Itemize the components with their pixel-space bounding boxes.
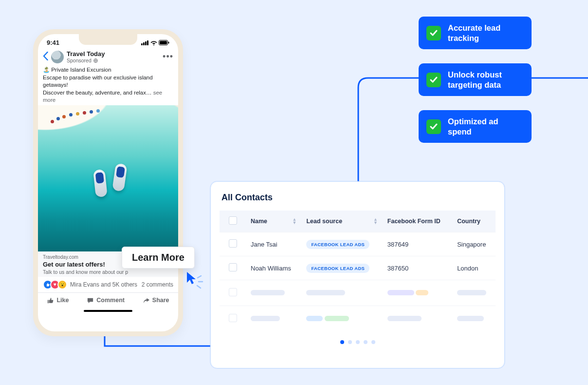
comment-icon [87, 297, 94, 304]
col-name[interactable]: Name▲▼ [246, 211, 301, 232]
page-dot[interactable] [371, 340, 375, 344]
comments-count[interactable]: 2 comments [142, 281, 173, 288]
table-row-skeleton [220, 280, 496, 306]
cell-country: London [452, 256, 496, 280]
check-icon [426, 73, 441, 87]
check-icon [426, 26, 441, 40]
beach-umbrellas [48, 106, 106, 131]
more-icon[interactable]: ••• [163, 52, 173, 62]
page-dot[interactable] [348, 340, 352, 344]
row-checkbox[interactable] [229, 263, 237, 271]
clock: 9:41 [47, 39, 59, 46]
reactions-text[interactable]: Mira Evans and 5K others [70, 281, 137, 288]
phone-mockup: 9:41 Travel Today Sponsored ••• 🏝 [33, 29, 183, 336]
share-button[interactable]: Share [143, 297, 169, 304]
svg-rect-0 [141, 43, 143, 45]
share-icon [143, 297, 150, 304]
benefit-card: Unlock robust targeting data [419, 63, 532, 96]
globe-icon [93, 58, 98, 63]
action-bar: Like Comment Share [38, 292, 178, 308]
wifi-icon [150, 40, 158, 45]
cursor-icon [185, 271, 204, 290]
post-image[interactable] [38, 105, 178, 251]
post-line-3: Discover the beauty, adventure, and rela… [43, 90, 153, 96]
signal-icon [141, 40, 149, 45]
home-indicator [84, 310, 132, 312]
benefit-card: Optimized ad spend [419, 110, 532, 143]
post-text: 🏝️ Private Island Excursion Escape to pa… [38, 65, 178, 105]
cell-name: Jane Tsai [246, 232, 301, 256]
page-dot[interactable] [364, 340, 368, 344]
comment-button[interactable]: Comment [87, 297, 125, 304]
benefit-text: Accurate lead tracking [448, 23, 524, 43]
svg-rect-1 [143, 42, 145, 45]
check-icon [426, 119, 441, 134]
benefit-text: Unlock robust targeting data [448, 70, 524, 90]
cell-form-id: 387650 [383, 256, 452, 280]
col-country[interactable]: Country [452, 211, 496, 232]
sort-icon: ▲▼ [293, 218, 297, 225]
col-lead-source[interactable]: Lead source▲▼ [301, 211, 382, 232]
post-header: Travel Today Sponsored ••• [38, 48, 178, 65]
contacts-panel: All Contacts Name▲▼ Lead source▲▼ Facebo… [210, 181, 505, 368]
lead-source-pill: FACEBOOK LEAD ADS [306, 264, 369, 273]
panel-title: All Contacts [221, 192, 496, 203]
svg-line-10 [197, 286, 201, 288]
svg-rect-3 [147, 40, 148, 45]
contacts-table: Name▲▼ Lead source▲▼ Facebook Form ID Co… [220, 211, 496, 331]
phone-notch [79, 34, 137, 45]
svg-line-8 [198, 276, 201, 278]
sort-icon: ▲▼ [373, 218, 378, 225]
col-form-id[interactable]: Facebook Form ID [383, 211, 452, 232]
post-line-2: Escape to paradise with our exclusive is… [43, 74, 173, 89]
lead-source-pill: FACEBOOK LEAD ADS [306, 240, 369, 249]
benefit-text: Optimized ad spend [448, 116, 524, 136]
page-name[interactable]: Travel Today [67, 50, 105, 58]
reaction-row: ♥ 😮 Mira Evans and 5K others 2 comments [38, 277, 178, 292]
learn-more-button[interactable]: Learn More [122, 247, 195, 269]
row-checkbox[interactable] [229, 239, 237, 248]
post-line-1: 🏝️ Private Island Excursion [43, 66, 173, 74]
benefit-card: Accurate lead tracking [419, 17, 532, 49]
table-row[interactable]: Noah Williams FACEBOOK LEAD ADS 387650 L… [220, 256, 496, 280]
svg-rect-2 [145, 41, 147, 45]
table-row[interactable]: Jane Tsai FACEBOOK LEAD ADS 387649 Singa… [220, 232, 496, 256]
sponsored-label: Sponsored [67, 58, 105, 63]
wow-reaction-icon: 😮 [57, 280, 67, 289]
cell-name: Noah Williams [246, 256, 301, 280]
back-icon[interactable] [43, 51, 48, 63]
like-button[interactable]: Like [47, 297, 69, 304]
table-row-skeleton [220, 306, 496, 332]
cell-form-id: 387649 [383, 232, 452, 256]
cell-country: Singapore [452, 232, 496, 256]
page-dot[interactable] [356, 340, 360, 344]
phone-screen: 9:41 Travel Today Sponsored ••• 🏝 [38, 34, 178, 331]
page-avatar[interactable] [51, 51, 64, 63]
thumb-up-icon [47, 297, 54, 304]
battery-icon [159, 40, 169, 45]
svg-rect-6 [168, 42, 169, 44]
link-subtitle: Talk to us and know more about our p [43, 269, 173, 275]
select-all-checkbox[interactable] [229, 216, 237, 225]
svg-rect-5 [160, 41, 167, 44]
reaction-icons[interactable]: ♥ 😮 Mira Evans and 5K others [43, 280, 137, 289]
page-dot[interactable] [340, 340, 344, 344]
pagination[interactable] [220, 340, 496, 344]
table-header-row: Name▲▼ Lead source▲▼ Facebook Form ID Co… [220, 211, 496, 232]
